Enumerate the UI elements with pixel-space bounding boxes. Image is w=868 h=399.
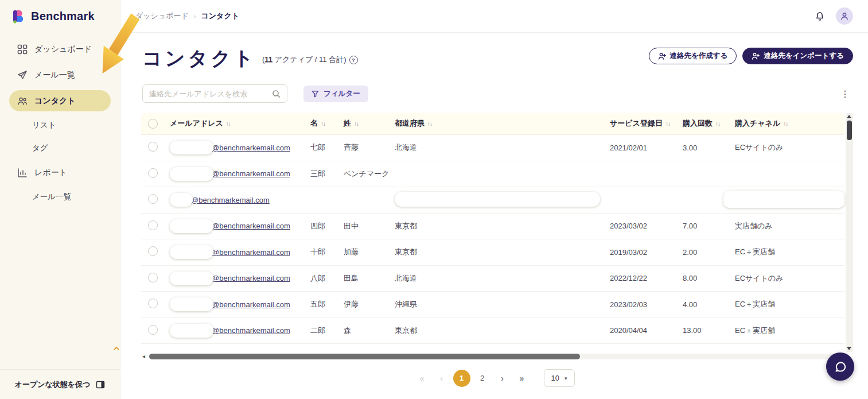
row-checkbox[interactable] [148,142,158,152]
sidebar-keep-open-toggle[interactable]: オープンな状態を保つ [0,369,120,399]
column-header-last-name[interactable]: 姓↑↓ [344,118,395,129]
horizontal-scrollbar-thumb[interactable] [149,354,580,359]
sort-icon[interactable]: ↑↓ [427,121,432,127]
page-size-select[interactable]: 10 ▾ [544,369,575,387]
chat-support-button[interactable] [826,352,854,381]
table-cell: 2022/12/22 [610,274,683,282]
person-add-icon [658,52,666,60]
table-cell [141,273,170,284]
page-button-2[interactable]: 2 [474,370,491,387]
table-cell: 田中 [344,221,395,231]
table-cell: ECサイトのみ [735,142,844,153]
kebab-menu-icon[interactable]: ⋮ [837,87,853,100]
table-cell: 8.00 [683,274,735,282]
table-cell [141,246,170,258]
column-header-email[interactable]: メールアドレス↑↓ [170,118,310,129]
row-checkbox[interactable] [148,325,158,335]
page-button-1[interactable]: 1 [453,370,470,387]
sort-icon[interactable]: ↑↓ [321,121,325,127]
brand-logo[interactable]: Benchmark [0,0,120,33]
contact-email-link[interactable]: @benchmarkemail.com [212,300,290,309]
select-all-checkbox[interactable] [148,119,158,129]
scroll-up-icon[interactable] [847,115,851,118]
table-cell: @benchmarkemail.com [170,167,310,181]
info-icon[interactable]: ? [349,56,358,64]
sidebar-item-contacts[interactable]: コンタクト [9,90,111,111]
notifications-bell-icon[interactable] [814,10,826,22]
table-cell: 2.00 [683,248,735,257]
table-cell: 沖縄県 [395,299,610,309]
search-input[interactable] [149,90,272,98]
column-header-purchase-count[interactable]: 購入回数↑↓ [683,118,735,129]
send-icon [17,70,28,80]
sidebar-nav: ダッシュボード メール一覧 コンタクト [0,33,120,208]
last-page-button[interactable]: » [514,370,530,386]
prev-page-button[interactable]: ‹ [434,370,450,386]
table-cell: @benchmarkemail.com [170,297,310,311]
table-header: メールアドレス↑↓ 名↑↓ 姓↑↓ 都道府県↑↓ サービス登録日↑↓ 購入回数↑… [141,113,844,135]
contact-email-link[interactable]: @benchmarkemail.com [212,274,290,282]
column-header-channel[interactable]: 購入チャネル↑↓ [735,118,844,129]
contact-email-link[interactable]: @benchmarkemail.com [191,196,270,204]
search-icon[interactable] [272,90,281,98]
sidebar-item-emails[interactable]: メール一覧 [0,62,120,88]
table-cell: 13.00 [683,326,735,335]
sort-icon[interactable]: ↑↓ [715,121,720,127]
page-actions: 連絡先を作成する 連絡先をインポートする [649,48,853,64]
contact-email-link[interactable]: @benchmarkemail.com [212,248,290,257]
row-checkbox[interactable] [148,299,158,308]
redaction-blob [170,193,193,207]
active-count[interactable]: 11 [264,55,273,64]
filter-button[interactable]: フィルター [303,86,368,102]
table-cell: 3.00 [683,144,735,152]
table-cell: 十郎 [310,247,344,257]
sidebar-item-label: リスト [32,120,56,130]
column-header-first-name[interactable]: 名↑↓ [310,118,344,129]
sidebar-item-dashboard[interactable]: ダッシュボード [0,36,120,62]
row-checkbox[interactable] [148,273,158,282]
user-avatar[interactable] [836,7,853,25]
sidebar-collapse-caret-icon[interactable] [113,343,120,353]
sort-icon[interactable]: ↑↓ [354,121,359,127]
scroll-down-icon[interactable] [847,347,851,350]
main-content: コンタクト (11 アクティブ / 11 合計) ? 連絡先を作成する [120,33,868,399]
next-page-button[interactable]: › [495,370,511,386]
sidebar-item-reports[interactable]: レポート [0,160,120,185]
table-cell: 東京都 [395,221,610,231]
contact-email-link[interactable]: @benchmarkemail.com [212,222,290,230]
search-box [142,84,287,103]
table-cell [395,192,610,208]
sort-icon[interactable]: ↑↓ [665,121,670,127]
breadcrumb-dashboard[interactable]: ダッシュボード [135,11,189,21]
vertical-scrollbar[interactable] [846,113,853,352]
sort-icon[interactable]: ↑↓ [226,121,231,127]
contact-email-link[interactable]: @benchmarkemail.com [212,169,290,178]
sort-icon[interactable]: ↑↓ [783,121,788,127]
row-checkbox[interactable] [148,220,158,230]
row-checkbox[interactable] [148,246,158,256]
table-row: @benchmarkemail.com四郎田中東京都2023/03/027.00… [141,214,844,240]
table-cell: 田島 [344,273,395,284]
vertical-scrollbar-thumb[interactable] [847,121,852,140]
table-cell: ベンチマーク [344,169,395,179]
create-contact-button[interactable]: 連絡先を作成する [649,48,737,64]
table-cell: @benchmarkemail.com [170,245,310,259]
redaction-blob [170,219,213,233]
table-cell: ECサイトのみ [735,273,844,284]
sidebar-item-tags[interactable]: タグ [0,137,120,160]
row-checkbox[interactable] [148,194,158,204]
horizontal-scrollbar-track[interactable] [149,354,844,359]
column-header-prefecture[interactable]: 都道府県↑↓ [395,118,610,129]
row-checkbox[interactable] [148,168,158,178]
scroll-left-icon[interactable]: ◂ [142,354,145,359]
import-contacts-button[interactable]: 連絡先をインポートする [742,48,853,64]
sidebar-item-lists[interactable]: リスト [0,114,120,137]
sidebar-item-report-emails[interactable]: メール一覧 [0,185,120,208]
column-header-signup-date[interactable]: サービス登録日↑↓ [610,118,683,129]
first-page-button[interactable]: « [414,370,430,386]
redaction-blob [395,192,600,207]
horizontal-scrollbar[interactable]: ◂ [142,352,844,361]
page-number-buttons: 12 [453,370,491,387]
contact-email-link[interactable]: @benchmarkemail.com [212,144,290,152]
contact-email-link[interactable]: @benchmarkemail.com [212,326,290,335]
